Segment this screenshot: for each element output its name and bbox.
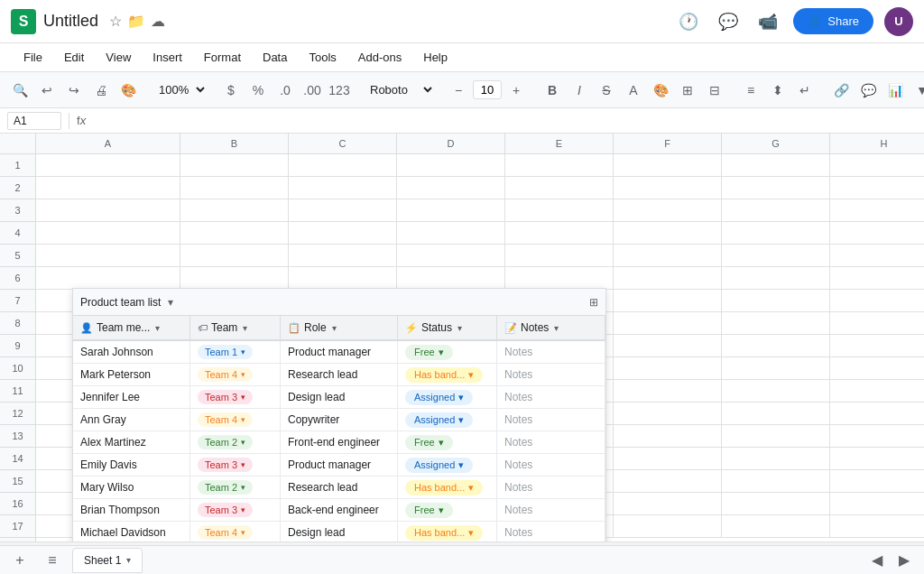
- cell-notes-8[interactable]: Notes: [497, 522, 605, 542]
- cell-h6[interactable]: [830, 267, 924, 290]
- formula-input[interactable]: [93, 114, 917, 127]
- row-num-5[interactable]: 5: [0, 245, 35, 267]
- cell-h3[interactable]: [830, 199, 924, 222]
- team-badge-dropdown-4[interactable]: ▾: [241, 438, 245, 447]
- cell-g16[interactable]: [722, 493, 830, 515]
- cell-a2[interactable]: [36, 177, 180, 199]
- status-badge-dropdown-5[interactable]: ▾: [458, 459, 464, 471]
- strikethrough-button[interactable]: S: [594, 78, 619, 103]
- cell-h16[interactable]: [830, 493, 924, 515]
- status-badge-dropdown-7[interactable]: ▾: [439, 505, 444, 516]
- cell-status-2[interactable]: Assigned ▾: [398, 386, 497, 408]
- cell-g12[interactable]: [722, 403, 830, 425]
- cloud-icon[interactable]: ☁: [151, 13, 165, 30]
- cell-name-4[interactable]: Alex Martinez: [73, 431, 190, 453]
- add-sheet-button[interactable]: +: [7, 548, 32, 553]
- cell-d4[interactable]: [397, 222, 505, 245]
- cell-f3[interactable]: [614, 199, 722, 222]
- search-button[interactable]: 🔍: [7, 78, 32, 103]
- cell-d5[interactable]: [397, 245, 505, 267]
- team-badge-2[interactable]: Team 3 ▾: [198, 390, 253, 404]
- row-num-3[interactable]: 3: [0, 199, 35, 222]
- cell-team-5[interactable]: Team 3 ▾: [190, 454, 281, 476]
- cell-f4[interactable]: [614, 222, 722, 245]
- cell-g17[interactable]: [722, 515, 830, 538]
- wrap-button[interactable]: ↵: [792, 78, 818, 103]
- cell-e5[interactable]: [505, 245, 614, 267]
- cell-name-2[interactable]: Jennifer Lee: [73, 386, 190, 408]
- status-badge-3[interactable]: Assigned ▾: [405, 412, 473, 428]
- currency-button[interactable]: $: [218, 78, 244, 103]
- team-badge-dropdown-3[interactable]: ▾: [241, 415, 245, 424]
- cell-name-8[interactable]: Michael Davidson: [73, 522, 190, 542]
- cell-f10[interactable]: [614, 357, 722, 380]
- filter-button[interactable]: ▼: [910, 78, 924, 103]
- merge-button[interactable]: ⊟: [702, 78, 727, 103]
- cell-h9[interactable]: [830, 335, 924, 357]
- cell-role-0[interactable]: Product manager: [281, 341, 398, 363]
- table-row[interactable]: Michael Davidson Team 4 ▾ Design lead Ha…: [73, 522, 605, 542]
- font-size-input[interactable]: [473, 80, 502, 99]
- cell-d3[interactable]: [397, 199, 505, 222]
- cell-h4[interactable]: [830, 222, 924, 245]
- cell-status-5[interactable]: Assigned ▾: [398, 454, 497, 476]
- menu-insert[interactable]: Insert: [143, 47, 191, 68]
- cell-g14[interactable]: [722, 448, 830, 470]
- col-header-name[interactable]: 👤 Team me... ▾: [73, 316, 190, 339]
- table-title-dropdown[interactable]: ▾: [168, 296, 173, 309]
- cell-f5[interactable]: [614, 245, 722, 267]
- cell-team-0[interactable]: Team 1 ▾: [190, 341, 281, 363]
- cell-notes-3[interactable]: Notes: [497, 409, 605, 430]
- cell-e4[interactable]: [505, 222, 614, 245]
- print-button[interactable]: 🖨: [88, 78, 114, 103]
- font-select[interactable]: Roboto: [363, 80, 435, 99]
- col-header-a[interactable]: A: [36, 134, 180, 153]
- cell-d1[interactable]: [397, 154, 505, 177]
- cell-b5[interactable]: [180, 245, 289, 267]
- cell-role-4[interactable]: Front-end engineer: [281, 431, 398, 453]
- star-icon[interactable]: ☆: [109, 13, 122, 30]
- cell-h14[interactable]: [830, 448, 924, 470]
- cell-role-2[interactable]: Design lead: [281, 386, 398, 408]
- cell-g7[interactable]: [722, 290, 830, 312]
- cell-status-8[interactable]: Has band... ▾: [398, 522, 497, 542]
- team-badge-dropdown-8[interactable]: ▾: [241, 528, 245, 537]
- italic-button[interactable]: I: [567, 78, 592, 103]
- row-num-4[interactable]: 4: [0, 222, 35, 245]
- cell-h15[interactable]: [830, 470, 924, 493]
- col-status-dropdown[interactable]: ▾: [457, 323, 462, 333]
- cell-a1[interactable]: [36, 154, 180, 177]
- table-row[interactable]: Mark Peterson Team 4 ▾ Research lead Has…: [73, 364, 605, 386]
- cell-b3[interactable]: [180, 199, 289, 222]
- col-header-status[interactable]: ⚡ Status ▾: [398, 316, 497, 339]
- cell-notes-2[interactable]: Notes: [497, 386, 605, 408]
- cell-f7[interactable]: [614, 290, 722, 312]
- team-badge-0[interactable]: Team 1 ▾: [198, 345, 253, 359]
- cell-e2[interactable]: [505, 177, 614, 199]
- status-badge-0[interactable]: Free ▾: [405, 345, 453, 360]
- link-button[interactable]: 🔗: [828, 78, 854, 103]
- cell-role-1[interactable]: Research lead: [281, 364, 398, 385]
- team-badge-7[interactable]: Team 3 ▾: [198, 503, 253, 517]
- cell-b1[interactable]: [180, 154, 289, 177]
- status-badge-1[interactable]: Has band... ▾: [405, 367, 483, 383]
- cell-a4[interactable]: [36, 222, 180, 245]
- cell-notes-4[interactable]: Notes: [497, 431, 605, 453]
- menu-format[interactable]: Format: [195, 47, 250, 68]
- cell-f11[interactable]: [614, 380, 722, 403]
- cell-name-1[interactable]: Mark Peterson: [73, 364, 190, 385]
- cell-a5[interactable]: [36, 245, 180, 267]
- row-num-15[interactable]: 15: [0, 470, 35, 493]
- col-team-dropdown[interactable]: ▾: [243, 323, 247, 333]
- status-badge-dropdown-2[interactable]: ▾: [458, 392, 464, 403]
- cell-status-3[interactable]: Assigned ▾: [398, 409, 497, 430]
- cell-c2[interactable]: [289, 177, 397, 199]
- cell-d6[interactable]: [397, 267, 505, 290]
- col-header-notes[interactable]: 📝 Notes ▾: [497, 316, 605, 339]
- row-num-9[interactable]: 9: [0, 335, 35, 357]
- undo-button[interactable]: ↩: [34, 78, 60, 103]
- comments-button[interactable]: 💬: [714, 7, 743, 36]
- row-num-6[interactable]: 6: [0, 267, 35, 290]
- name-box[interactable]: [7, 112, 61, 130]
- col-name-dropdown[interactable]: ▾: [155, 323, 160, 333]
